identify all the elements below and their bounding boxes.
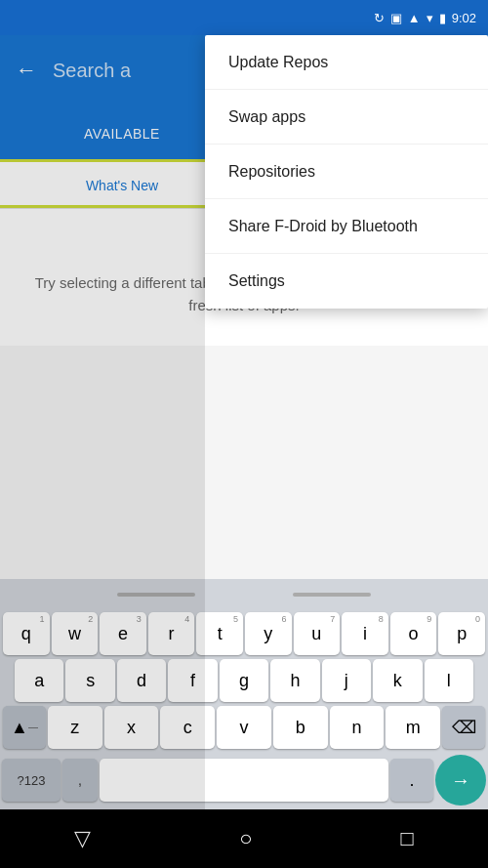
key-g[interactable]: g xyxy=(220,659,268,702)
key-k[interactable]: k xyxy=(373,659,422,702)
vibrate-icon: ▣ xyxy=(390,11,402,25)
nav-home-button[interactable]: ○ xyxy=(239,826,252,851)
key-h[interactable]: h xyxy=(270,659,319,702)
key-p[interactable]: 0p xyxy=(438,612,485,655)
status-bar: ↻ ▣ ▲ ▾ ▮ 9:02 xyxy=(0,0,488,35)
key-j[interactable]: j xyxy=(322,659,371,702)
key-o[interactable]: 9o xyxy=(390,612,437,655)
time: 9:02 xyxy=(452,11,476,25)
key-i[interactable]: 8i xyxy=(342,612,388,655)
key-u[interactable]: 7u xyxy=(294,612,341,655)
status-icons: ↻ ▣ ▲ ▾ ▮ 9:02 xyxy=(374,11,476,25)
battery-icon: ▮ xyxy=(439,11,446,25)
key-y[interactable]: 6y xyxy=(245,612,292,655)
nav-recent-button[interactable]: □ xyxy=(401,826,414,851)
wifi-icon: ▾ xyxy=(427,11,433,25)
key-b[interactable]: b xyxy=(273,706,328,749)
key-v[interactable]: v xyxy=(217,706,271,749)
refresh-icon: ↻ xyxy=(374,11,385,25)
key-m[interactable]: m xyxy=(386,706,440,749)
dropdown-menu: Update Repos Swap apps Repositories Shar… xyxy=(205,35,488,309)
key-l[interactable]: l xyxy=(425,659,473,702)
key-n[interactable]: n xyxy=(330,706,385,749)
menu-overlay[interactable] xyxy=(0,35,205,868)
enter-key[interactable]: → xyxy=(435,755,486,806)
keyboard-handle-right xyxy=(293,593,371,597)
menu-item-update-repos[interactable]: Update Repos xyxy=(205,35,488,90)
menu-item-settings[interactable]: Settings xyxy=(205,254,488,309)
signal-icon: ▲ xyxy=(408,11,421,25)
dot-key[interactable]: . xyxy=(390,759,433,802)
menu-item-swap-apps[interactable]: Swap apps xyxy=(205,90,488,145)
menu-item-share-fdroid[interactable]: Share F-Droid by Bluetooth xyxy=(205,199,488,254)
backspace-key[interactable]: ⌫ xyxy=(442,706,485,749)
menu-item-repositories[interactable]: Repositories xyxy=(205,145,488,199)
